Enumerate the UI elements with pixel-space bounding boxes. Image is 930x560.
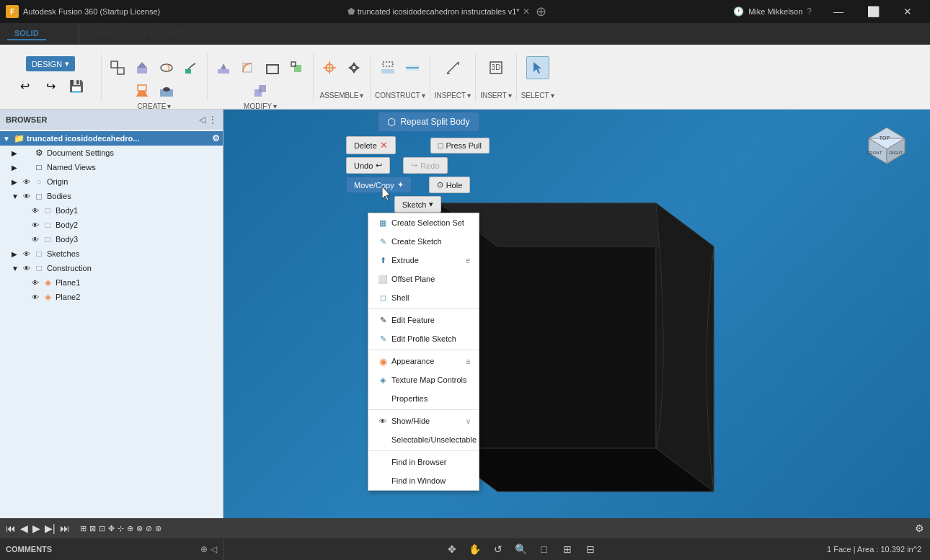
tree-item-doc-settings[interactable]: ▶ ⚙ Document Settings xyxy=(0,146,223,160)
timeline-settings-button[interactable]: ⚙ xyxy=(915,523,924,534)
menu-extrude[interactable]: ⬆ Extrude e xyxy=(368,251,479,270)
menu-properties[interactable]: Properties xyxy=(368,389,479,408)
tree-item-plane2[interactable]: 👁 ◈ Plane2 xyxy=(0,290,223,304)
fillet-icon[interactable] xyxy=(236,56,260,79)
select-icon[interactable] xyxy=(526,56,549,79)
shell-icon[interactable] xyxy=(261,56,284,79)
select-label[interactable]: SELECT▾ xyxy=(521,92,554,99)
timeline-tool-9[interactable]: ⊛ xyxy=(155,524,161,533)
timeline-tool-5[interactable]: ⊹ xyxy=(118,524,124,533)
skip-end-button[interactable]: ⏭ xyxy=(60,523,70,534)
menu-edit-profile-sketch[interactable]: ✎ Edit Profile Sketch xyxy=(368,329,479,348)
revolve-icon[interactable] xyxy=(155,56,178,79)
timeline-tool-3[interactable]: ⊡ xyxy=(99,524,105,533)
insert-label[interactable]: INSERT▾ xyxy=(480,92,512,99)
snap-tool[interactable]: ✥ xyxy=(443,541,461,558)
view-tool[interactable]: □ xyxy=(536,541,553,558)
construct-label[interactable]: CONSTRUCT▾ xyxy=(375,92,425,99)
midplane-icon[interactable] xyxy=(401,56,424,79)
sketch-dropdown[interactable]: Sketch ▾ xyxy=(394,196,442,213)
offset-plane-icon[interactable] xyxy=(376,56,399,79)
loft-icon[interactable] xyxy=(130,79,154,102)
menu-edit-feature[interactable]: ✎ Edit Feature xyxy=(368,311,479,329)
redo-button[interactable]: ↪ xyxy=(39,74,62,97)
tree-item-construction[interactable]: ▼ 👁 □ Construction xyxy=(0,261,223,275)
tree-item-bodies[interactable]: ▼ 👁 ◻ Bodies xyxy=(0,189,223,203)
hole-button[interactable]: ⊙ Hole xyxy=(429,177,471,193)
move-copy-button[interactable]: Move/Copy ✦ xyxy=(346,177,412,193)
delete-button[interactable]: Delete ✕ xyxy=(346,136,396,154)
menu-create-sketch[interactable]: ✎ Create Sketch xyxy=(368,232,479,251)
close-button[interactable]: ✕ xyxy=(891,0,924,23)
press-pull-button[interactable]: □ Press Pull xyxy=(430,138,490,154)
new-joint-icon[interactable] xyxy=(318,56,341,79)
grid-options-tool[interactable]: ⊟ xyxy=(582,541,599,558)
menu-show-hide[interactable]: 👁 Show/Hide v xyxy=(368,412,479,430)
tree-item-sketches[interactable]: ▶ 👁 □ Sketches xyxy=(0,246,223,261)
tree-item-named-views[interactable]: ▶ □ Named Views xyxy=(0,160,223,174)
tree-item-plane1[interactable]: 👁 ◈ Plane1 xyxy=(0,275,223,290)
menu-create-selection-set[interactable]: ▦ Create Selection Set xyxy=(368,213,479,232)
menu-appearance[interactable]: ◉ Appearance a xyxy=(368,352,479,370)
skip-start-button[interactable]: ⏮ xyxy=(6,523,16,534)
history-icon[interactable]: 🕐 xyxy=(733,6,744,17)
timeline-tool-8[interactable]: ⊘ xyxy=(146,524,152,533)
insert-derive-icon[interactable]: 3D xyxy=(484,56,508,79)
undo-button[interactable]: ↩ xyxy=(13,74,36,97)
root-settings-icon[interactable]: ⚙ xyxy=(212,133,220,143)
tab-surface[interactable]: SURFACE xyxy=(79,28,131,40)
tree-item-body1[interactable]: 👁 □ Body1 xyxy=(0,203,223,218)
menu-offset-plane[interactable]: ⬜ Offset Plane xyxy=(368,270,479,288)
press-pull-icon[interactable] xyxy=(212,56,235,79)
grid-tool[interactable]: ⊞ xyxy=(559,541,576,558)
tab-sheet-metal[interactable]: SHEET METAL xyxy=(131,28,200,40)
redo-button-float[interactable]: ↪ Redo xyxy=(403,157,447,174)
tab-close-icon[interactable]: ✕ xyxy=(523,6,530,17)
inspect-label[interactable]: INSPECT▾ xyxy=(435,92,471,99)
help-icon[interactable]: ? xyxy=(807,6,812,17)
comments-add-icon[interactable]: ⊕ xyxy=(200,544,208,554)
step-forward-button[interactable]: ▶| xyxy=(45,523,56,534)
viewport[interactable]: TOP FRONT RIGHT xyxy=(223,110,930,538)
save-button[interactable]: 💾 xyxy=(65,74,88,97)
new-component-icon[interactable] xyxy=(106,56,129,79)
menu-shell[interactable]: ◻ Shell xyxy=(368,288,479,307)
menu-texture-map[interactable]: ◈ Texture Map Controls xyxy=(368,370,479,389)
tree-item-body3[interactable]: 👁 □ Body3 xyxy=(0,232,223,246)
timeline-tool-7[interactable]: ⊗ xyxy=(136,524,143,533)
step-back-button[interactable]: ◀ xyxy=(20,523,28,534)
tree-item-body2[interactable]: 👁 □ Body2 xyxy=(0,218,223,232)
tab-solid[interactable]: SOLID xyxy=(7,27,46,40)
sweep-icon[interactable] xyxy=(180,56,203,79)
menu-find-in-window[interactable]: Find in Window xyxy=(368,471,479,490)
menu-find-in-browser[interactable]: Find in Browser xyxy=(368,453,479,471)
tab-tools[interactable]: TOOLS xyxy=(200,28,241,40)
measure-icon[interactable] xyxy=(441,56,464,79)
pan-tool[interactable]: ✋ xyxy=(466,541,484,558)
browser-more-icon[interactable]: ⋮ xyxy=(208,115,217,125)
timeline-tool-2[interactable]: ⊠ xyxy=(89,524,96,533)
tree-root[interactable]: ▼ 📁 truncated icosidodecahedro... ⚙ xyxy=(0,131,223,146)
extrude-icon[interactable] xyxy=(130,56,154,79)
timeline-tool-4[interactable]: ✥ xyxy=(108,524,115,533)
tab-add-icon[interactable]: ⊕ xyxy=(536,4,546,19)
timeline-tool-1[interactable]: ⊞ xyxy=(80,524,87,533)
menu-selectable[interactable]: Selectable/Unselectable xyxy=(368,430,479,449)
move-icon[interactable] xyxy=(342,56,366,79)
comments-collapse-icon[interactable]: ◁ xyxy=(211,544,217,554)
active-tab-label[interactable]: truncated icosidodecahedron instructable… xyxy=(358,7,520,16)
repeat-split-body-button[interactable]: ⬡ Repeat Split Body xyxy=(378,112,479,132)
hole-icon[interactable] xyxy=(155,79,178,102)
maximize-button[interactable]: ⬜ xyxy=(856,0,890,23)
scale-icon[interactable] xyxy=(285,56,309,79)
minimize-button[interactable]: — xyxy=(822,0,855,23)
timeline-tool-6[interactable]: ⊕ xyxy=(127,524,133,533)
tree-item-origin[interactable]: ▶ 👁 ○ Origin xyxy=(0,174,223,189)
undo-button-float[interactable]: Undo ↩ xyxy=(346,157,390,174)
assemble-label[interactable]: ASSEMBLE▾ xyxy=(320,92,364,99)
browser-collapse-icon[interactable]: ◁ xyxy=(199,115,205,125)
orbit-tool[interactable]: ↺ xyxy=(490,541,507,558)
zoom-tool[interactable]: 🔍 xyxy=(513,541,530,558)
play-button[interactable]: ▶ xyxy=(32,523,40,534)
modify-label[interactable]: MODIFY▾ xyxy=(244,102,277,110)
